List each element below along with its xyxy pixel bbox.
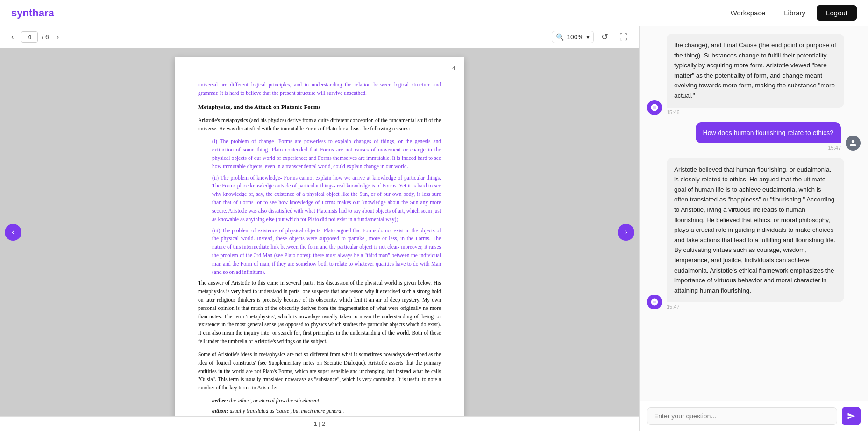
point-i: (i) The problem of change- Forms are pow… — [198, 137, 441, 171]
workspace-link[interactable]: Workspace — [723, 5, 773, 21]
logout-button[interactable]: Logout — [817, 5, 857, 21]
section-title: Metaphysics, and the Attack on Platonic … — [198, 102, 441, 112]
point-ii: (ii) The problem of knowledge- Forms can… — [198, 174, 441, 224]
para1: Aristotle's metaphysics (and his physics… — [198, 116, 441, 133]
main-layout: ‹ / 6 › 🔍 100% ▾ ↺ ⛶ ‹ › 4 uni — [0, 26, 868, 431]
ai-message-bubble: Aristotle believed that human flourishin… — [667, 158, 844, 302]
zoom-dropdown-icon: ▾ — [586, 33, 590, 41]
page-indicator: 1 | 2 — [313, 420, 325, 427]
term-item: aether: the 'ether', or eternal fire- th… — [212, 397, 441, 405]
para-logical: Some of Aristotle's ideas in metaphysics… — [198, 351, 441, 392]
term-item: aittion: usually translated as 'cause', … — [212, 407, 441, 416]
pdf-prev-arrow[interactable]: ‹ — [5, 224, 21, 241]
fullscreen-button[interactable]: ⛶ — [616, 30, 632, 44]
para-answer: The answer of Aristotle to this came in … — [198, 279, 441, 346]
main-nav: Workspace Library Logout — [723, 5, 857, 21]
user-avatar — [846, 136, 861, 151]
chat-messages: the change), and Final Cause (the end po… — [640, 26, 868, 401]
pdf-scroll-area[interactable]: 4 universal are different logical princi… — [0, 48, 639, 416]
user-bubble-wrap: How does human flourishing relate to eth… — [696, 122, 841, 151]
header: synthara Workspace Library Logout — [0, 0, 868, 26]
prev-page-button[interactable]: ‹ — [7, 31, 17, 43]
pdf-page-number-label: 4 — [452, 64, 455, 73]
chat-input-bar — [640, 401, 868, 431]
message-row-user: How does human flourishing relate to eth… — [647, 122, 861, 151]
pdf-area: ‹ / 6 › 🔍 100% ▾ ↺ ⛶ ‹ › 4 uni — [0, 26, 639, 431]
zoom-level-label: 100% — [567, 33, 583, 41]
search-icon: 🔍 — [556, 33, 564, 41]
pdf-toolbar: ‹ / 6 › 🔍 100% ▾ ↺ ⛶ — [0, 26, 639, 48]
highlighted-text: universal are different logical principl… — [198, 82, 441, 96]
ai-message-bubble: the change), and Final Cause (the end po… — [667, 34, 844, 108]
pdf-bottom-bar: 1 | 2 — [0, 416, 639, 431]
aristotle-terms: aether: the 'ether', or eternal fire- th… — [212, 397, 441, 416]
send-button[interactable] — [842, 407, 861, 425]
ai-bubble-wrap: the change), and Final Cause (the end po… — [667, 34, 844, 115]
message-row-ai: the change), and Final Cause (the end po… — [647, 34, 861, 115]
total-pages-label: / 6 — [42, 33, 49, 41]
chat-panel: the change), and Final Cause (the end po… — [639, 26, 868, 431]
ai-avatar — [647, 100, 662, 115]
page-number-input[interactable] — [21, 31, 38, 43]
chat-input[interactable] — [647, 407, 837, 425]
message-time: 15:47 — [828, 145, 841, 151]
pdf-page: 4 universal are different logical princi… — [175, 57, 464, 416]
next-page-button[interactable]: › — [53, 31, 63, 43]
refresh-button[interactable]: ↺ — [598, 30, 612, 44]
zoom-control[interactable]: 🔍 100% ▾ — [552, 31, 594, 43]
message-time: 15:47 — [667, 304, 680, 309]
pdf-next-arrow[interactable]: › — [618, 224, 634, 241]
logo: synthara — [11, 7, 54, 19]
message-time: 15:46 — [667, 109, 680, 115]
ai-avatar — [647, 295, 662, 309]
point-iii: (iii) The problem of existence of physic… — [198, 227, 441, 277]
send-icon — [847, 412, 855, 420]
pdf-intro-text: universal are different logical principl… — [198, 81, 441, 98]
user-message-bubble: How does human flourishing relate to eth… — [696, 122, 841, 143]
ai-bubble-wrap: Aristotle believed that human flourishin… — [667, 158, 844, 310]
message-row-ai: Aristotle believed that human flourishin… — [647, 158, 861, 310]
library-link[interactable]: Library — [776, 5, 813, 21]
